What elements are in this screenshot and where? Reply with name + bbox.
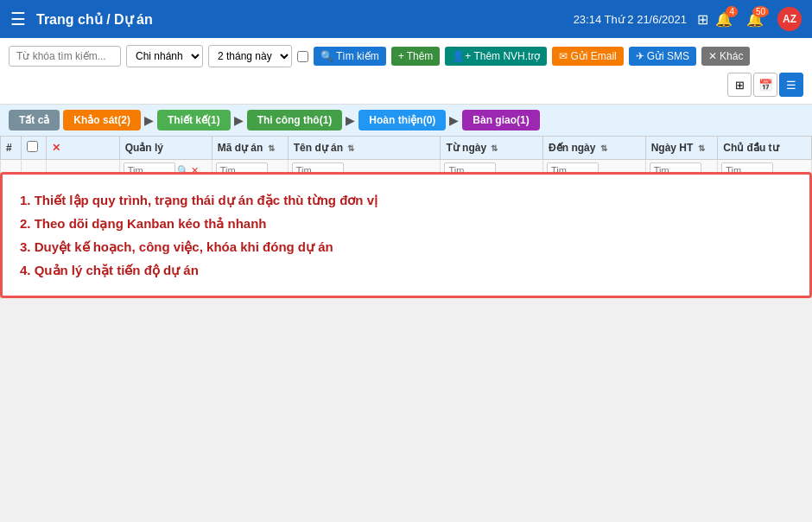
datetime-label: 23:14 Thứ 2 21/6/2021 — [574, 13, 687, 26]
arrow-1: ▶ — [144, 113, 154, 127]
feature-popup: 1. Thiết lập quy trình, trạng thái dự án… — [0, 172, 812, 298]
add-nvh-button[interactable]: 👤+ Thêm NVH.trợ — [445, 47, 547, 66]
select-all-checkbox[interactable] — [27, 141, 38, 152]
other-button[interactable]: ✕ Khác — [701, 47, 750, 66]
col-code: Mã dự án ⇅ — [212, 137, 288, 160]
main-content: # ✕ Quản lý Mã dự án ⇅ Tên dự án ⇅ Từ ng… — [0, 136, 812, 298]
person-plus-icon: 👤+ — [452, 50, 471, 62]
sms-icon: ✈ — [636, 50, 644, 62]
col-name: Tên dự án ⇅ — [288, 137, 441, 160]
grid-icon[interactable]: ⊞ — [697, 11, 708, 28]
app-header: ☰ Trang chủ / Dự án 23:14 Thứ 2 21/6/202… — [0, 0, 812, 38]
user-avatar[interactable]: AZ — [777, 7, 802, 31]
col-owner: Chủ đầu tư — [718, 137, 812, 160]
header-icons: ⊞ 🔔 4 🔔 50 AZ — [697, 7, 802, 31]
tab-bar: Tất cả Khảo sát(2) ▶ Thiết kế(1) ▶ Thi c… — [0, 105, 812, 136]
plus-icon: + — [398, 50, 404, 62]
arrow-3: ▶ — [346, 113, 355, 127]
header-left: ☰ Trang chủ / Dự án — [10, 9, 153, 29]
checkbox-container — [297, 51, 308, 62]
arrow-4: ▶ — [449, 113, 459, 127]
table-header-row: # ✕ Quản lý Mã dự án ⇅ Tên dự án ⇅ Từ ng… — [1, 137, 812, 160]
col-checkbox — [22, 137, 47, 160]
popup-line-1: 1. Thiết lập quy trình, trạng thái dự án… — [20, 188, 792, 212]
page-title: Trang chủ / Dự án — [36, 11, 153, 28]
alert-badge: 50 — [752, 6, 769, 17]
branch-select[interactable]: Chi nhánh — [126, 45, 203, 67]
search-button[interactable]: 🔍 Tìm kiếm — [314, 47, 386, 66]
view-buttons: ⊞ 📅 ☰ — [727, 73, 803, 97]
search-icon: 🔍 — [320, 50, 333, 62]
col-finish: Ngày HT ⇅ — [645, 137, 718, 160]
tab-ban-giao[interactable]: Bàn giao(1) — [462, 110, 539, 130]
menu-icon[interactable]: ☰ — [10, 9, 26, 29]
popup-line-2: 2. Theo dõi dạng Kanban kéo thả nhanh — [20, 212, 792, 235]
filter-checkbox[interactable] — [297, 51, 308, 62]
other-icon: ✕ — [708, 50, 717, 62]
tab-hoan-thien[interactable]: Hoàn thiện(0) — [358, 110, 446, 130]
popup-line-4: 4. Quản lý chặt tiến độ dự án — [20, 258, 792, 282]
send-email-button[interactable]: ✉ Gửi Email — [552, 47, 623, 66]
email-icon: ✉ — [559, 50, 568, 62]
tab-khao-sat[interactable]: Khảo sát(2) — [63, 110, 141, 130]
alert-icon[interactable]: 🔔 50 — [746, 11, 764, 28]
period-select[interactable]: 2 tháng này — [208, 45, 292, 67]
tab-all[interactable]: Tất cả — [9, 110, 60, 130]
header-right: 23:14 Thứ 2 21/6/2021 ⊞ 🔔 4 🔔 50 AZ — [574, 7, 802, 31]
send-sms-button[interactable]: ✈ Gửi SMS — [629, 47, 696, 66]
list-view-button[interactable]: ☰ — [779, 73, 803, 97]
popup-line-3: 3. Duyệt kế hoạch, công việc, khóa khi đ… — [20, 235, 792, 258]
notification-badge: 4 — [726, 6, 738, 17]
notification-icon[interactable]: 🔔 4 — [715, 11, 733, 28]
arrow-2: ▶ — [234, 113, 244, 127]
tab-thiet-ke[interactable]: Thiết kế(1) — [157, 110, 231, 130]
toolbar: Chi nhánh 2 tháng này 🔍 Tìm kiếm + Thêm … — [0, 38, 812, 105]
col-to: Đến ngày ⇅ — [543, 137, 646, 160]
col-num: # — [1, 137, 22, 160]
search-input[interactable] — [9, 46, 121, 67]
col-delete: ✕ — [46, 137, 119, 160]
col-from: Từ ngày ⇅ — [441, 137, 543, 160]
add-button[interactable]: + Thêm — [391, 47, 441, 66]
card-view-button[interactable]: ⊞ — [727, 73, 752, 97]
col-manager: Quản lý — [119, 137, 212, 160]
tab-thi-cong[interactable]: Thi công thô(1) — [247, 110, 343, 130]
calendar-view-button[interactable]: 📅 — [753, 73, 777, 97]
